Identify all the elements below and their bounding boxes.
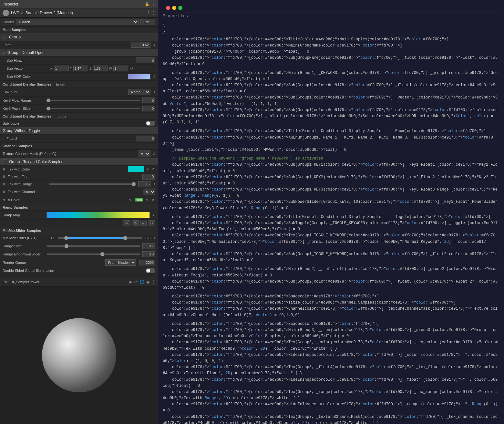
render-queue-input[interactable] <box>139 260 155 265</box>
range-end-slider[interactable] <box>46 253 140 255</box>
circle-icon[interactable]: ◉ <box>146 280 149 284</box>
properties-title: Properties <box>163 13 499 20</box>
code-line: color:#ce9178;">"color:#ffd700;">[color:… <box>163 95 499 107</box>
group-without-toggle-label: Group Without Toggle <box>3 129 40 133</box>
code-line: color:#ce9178;">"color:#ffd700;">[color:… <box>163 233 499 251</box>
vector-inputs: X Y Z W <box>50 66 128 71</box>
tex-range-input[interactable] <box>138 181 151 187</box>
code-panel: Properties { { color:#ce9178;">"color:#f… <box>158 0 504 424</box>
kwenum-reset-icon[interactable]: ↺ <box>152 90 155 94</box>
range-start-input[interactable] <box>142 243 155 249</box>
group-tex-color[interactable]: Group - Tex and Color Samples <box>0 158 158 166</box>
subtoggle-switch[interactable] <box>146 121 155 126</box>
ramp-circle-icon[interactable]: ● <box>152 213 155 217</box>
refresh-icon[interactable]: ⟳ <box>134 280 138 284</box>
key3-power-label: Key3 Power Slider <box>3 107 45 110</box>
tex-channel2-row: Tex with Channel A R G B <box>0 188 158 196</box>
double-sided-toggle[interactable] <box>146 268 155 273</box>
code-line: color:#ce9178;">"color:#ffd700;">[color:… <box>163 327 499 339</box>
code-container: { color:#ce9178;">"color:#ffd700;">[colo… <box>163 30 499 424</box>
minmax-min-val: 0.1 <box>50 236 55 240</box>
subtoggle-row: SubToggle <box>0 120 158 127</box>
float2-input[interactable] <box>136 136 155 141</box>
ramp-refresh-btn[interactable]: ↺ <box>148 220 155 226</box>
code-line: color:#ce9178;">"color:#ffd700;">[color:… <box>163 294 499 300</box>
minmax-row: Min Max Slider (0 - 1) 0.1 0.8 ↺ <box>0 234 158 242</box>
vec-z-input[interactable] <box>93 66 108 71</box>
tab-more-icon[interactable]: ⋮ <box>151 2 155 6</box>
globe-icon[interactable]: 🌐 <box>139 280 144 284</box>
ramp-copy-btn[interactable]: ⧉ <box>132 220 139 226</box>
play-icon[interactable]: ▶ <box>129 280 132 284</box>
group-checkbox[interactable] <box>3 35 7 39</box>
tex-float-input[interactable] <box>142 174 155 180</box>
float2-row: Float 2 <box>0 135 158 143</box>
minmax-reset-icon[interactable]: ↺ <box>152 236 155 240</box>
range-end-row: Range End PowerSlider <box>0 250 158 258</box>
maximize-button[interactable] <box>178 6 182 10</box>
vec-reset-icon[interactable]: ↺ <box>130 67 133 71</box>
more-icon[interactable]: ⋮ <box>151 280 155 284</box>
inspector-content: Main Samples Group Float ↺ ✓ Group - Def… <box>0 26 158 277</box>
ramp-add-btn[interactable]: + <box>140 221 147 226</box>
vec-w-input[interactable] <box>113 66 128 71</box>
sub-float-input[interactable] <box>136 57 155 63</box>
ramp-bar[interactable] <box>46 212 150 218</box>
minmax-track <box>58 235 142 241</box>
group-default-open[interactable]: ✓ Group - Default Open <box>0 49 158 57</box>
channel-select[interactable]: A R G B <box>138 150 150 157</box>
code-line: color:#ce9178;">"color:#ffd700;">[color:… <box>163 187 499 199</box>
tex-channel2-select[interactable]: A R G B <box>143 189 155 195</box>
channel-reset-icon[interactable]: ↺ <box>152 152 155 156</box>
minimize-button[interactable] <box>172 6 176 10</box>
tex-color-group-label: Group - Tex and Color Samples <box>9 160 63 164</box>
code-line: color:#ce9178;">"color:#ffd700;">[color:… <box>163 220 499 233</box>
tex-channel-row: Texture Channel Mask (Default G) A R G B… <box>0 150 158 158</box>
vec-x-input[interactable] <box>54 66 69 71</box>
tex-range-slider[interactable] <box>49 183 136 185</box>
key3-float-input[interactable] <box>142 98 155 103</box>
kwenum-label: KWEnum <box>3 90 45 94</box>
minmax-thumb-right[interactable] <box>123 236 127 240</box>
close-button[interactable] <box>166 6 170 10</box>
material-header: LWGUI_Sample Drawer 2 (Material) ? ⋮ <box>0 8 158 18</box>
vec-y-input[interactable] <box>73 66 88 71</box>
shader-select[interactable]: Hidden <box>16 19 138 25</box>
hdr-reset-icon[interactable]: ↺ <box>152 75 155 79</box>
code-line: color:#ce9178;">"color:#ffd700;">[color:… <box>163 70 499 82</box>
multi-color-reset[interactable]: ↺ <box>151 198 155 202</box>
group-main[interactable]: Group <box>0 33 158 41</box>
range-end-input[interactable] <box>142 251 155 257</box>
sub-float-label: Sub Float <box>6 58 48 62</box>
group-without-toggle[interactable]: Group Without Toggle <box>0 127 158 135</box>
multi-color-edit1[interactable]: ✎ <box>128 198 132 202</box>
code-line: color:#ce9178;">"color:#ffd700;">[color:… <box>163 306 499 318</box>
render-queue-label: Render Queue <box>3 261 45 264</box>
float-reset-icon[interactable]: ↺ <box>152 43 155 47</box>
render-queue-dropdown[interactable]: From Shader Background Geometry Transpar… <box>105 259 136 266</box>
edit-button[interactable]: Edit... <box>140 19 155 25</box>
ramp-pencil-btn[interactable]: ✎ <box>123 220 130 226</box>
range-start-slider[interactable] <box>46 245 140 247</box>
key3-power-slider[interactable] <box>46 108 140 109</box>
key3-float-slider[interactable] <box>46 100 140 101</box>
code-line: color:#ce9178;">"color:#ffd700;">[color:… <box>163 377 499 389</box>
hdr-color-swatch[interactable] <box>128 74 150 79</box>
tex-color-edit-icon[interactable]: ✎ <box>146 167 150 171</box>
multi-color-edit2[interactable]: ✎ <box>145 198 149 202</box>
tab-lock-icon[interactable]: 🔒 <box>145 2 149 6</box>
tex-range-reset-icon[interactable]: ↺ <box>152 182 155 186</box>
tex-color-reset-icon[interactable]: ↺ <box>151 167 155 171</box>
tex-color-checkbox[interactable] <box>3 160 7 164</box>
ramp-label: Ramp Map <box>3 213 45 217</box>
help-icon[interactable]: ? <box>147 11 149 15</box>
float-input[interactable] <box>131 42 150 48</box>
range-start-label: Range Start <box>3 244 45 248</box>
kwenum-select[interactable]: Name 3 Name 1 Name 2 <box>128 89 150 95</box>
code-line: color:#ce9178;">"color:#ffd700;">[color:… <box>163 36 499 43</box>
code-line <box>163 212 499 214</box>
key3-power-input[interactable] <box>142 106 155 111</box>
minmax-thumb-left[interactable] <box>64 236 68 240</box>
tex-color-swatch[interactable] <box>128 166 144 172</box>
material-more-icon[interactable]: ⋮ <box>151 11 155 15</box>
